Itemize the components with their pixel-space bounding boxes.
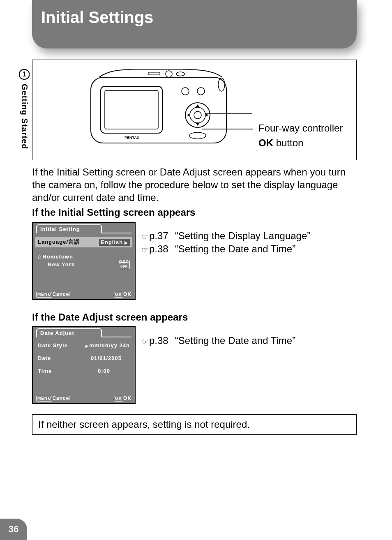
menu-button-icon: MENU	[36, 292, 52, 298]
camera-diagram: PENTAX Four-way controller OK button	[32, 60, 357, 160]
date-row: Date 01/01/2005	[33, 353, 135, 363]
reference-list-2: p.38 “Setting the Date and Time”	[142, 335, 295, 348]
time-label: Time	[38, 368, 52, 374]
ok-label: OK	[123, 291, 131, 297]
date-value: 01/01/2005	[91, 355, 122, 361]
note-box: If neither screen appears, setting is no…	[32, 414, 357, 435]
section-tab: 1 Getting Started	[19, 69, 30, 149]
page-number: 36	[0, 519, 27, 540]
callout-line	[205, 113, 252, 114]
dst-indicator: DST OFF	[118, 260, 130, 269]
ok-label: OK	[123, 395, 131, 401]
lcd-title: Date Adjust	[36, 328, 102, 337]
callout-line	[202, 129, 253, 129]
ref-title: “Setting the Date and Time”	[175, 243, 295, 255]
date-style-value: mm/dd/yy 24h	[85, 342, 130, 348]
hometown-value: New York	[38, 261, 75, 268]
svg-point-4	[166, 71, 172, 77]
reference-list-1: p.37 “Setting the Display Language” p.38…	[142, 230, 310, 256]
date-style-row: Date Style mm/dd/yy 24h	[33, 341, 135, 350]
lcd-title: Initial Setting	[36, 224, 102, 233]
svg-rect-2	[105, 90, 158, 129]
menu-button-icon: MENU	[36, 396, 52, 402]
page-title: Initial Settings	[41, 8, 348, 27]
page-ref: p.37	[142, 230, 168, 242]
ref-title: “Setting the Display Language”	[175, 230, 311, 242]
date-label: Date	[38, 355, 51, 361]
time-value: 0:00	[98, 368, 110, 374]
ok-button-icon: OK	[114, 396, 123, 402]
intro-paragraph: If the Initial Setting screen or Date Ad…	[32, 166, 357, 204]
date-style-label: Date Style	[38, 342, 68, 348]
page-header: Initial Settings	[32, 0, 357, 48]
section-title: Getting Started	[20, 84, 29, 149]
date-adjust-screen: Date Adjust Date Style mm/dd/yy 24h Date…	[32, 326, 136, 404]
camera-illustration: PENTAX	[87, 65, 239, 150]
ref-title: “Setting the Date and Time”	[175, 335, 295, 346]
section-number-badge: 1	[19, 69, 30, 80]
brand-text: PENTAX	[125, 136, 139, 140]
language-value: English	[99, 239, 130, 246]
page-ref: p.38	[142, 243, 168, 255]
hometown-label: Hometown	[38, 253, 73, 260]
callout-four-way: Four-way controller	[258, 122, 343, 134]
lcd-bottom-bar: MENUCancel OKOK	[36, 395, 131, 402]
svg-rect-3	[148, 72, 160, 75]
svg-point-5	[176, 72, 184, 76]
ok-button-icon: OK	[114, 292, 123, 298]
subheading-initial-setting: If the Initial Setting screen appears	[32, 207, 195, 218]
subheading-date-adjust: If the Date Adjust screen appears	[32, 312, 188, 323]
cancel-label: Cancel	[52, 395, 71, 401]
time-row: Time 0:00	[33, 366, 135, 376]
ok-bold: OK	[258, 137, 273, 148]
lcd-bottom-bar: MENUCancel OKOK	[36, 291, 131, 298]
page-ref: p.38	[142, 335, 168, 346]
ok-rest: button	[273, 137, 303, 148]
cancel-label: Cancel	[52, 291, 71, 297]
language-label: Language/言語	[38, 238, 80, 246]
initial-setting-screen: Initial Setting Language/言語 English Home…	[32, 222, 136, 300]
reference-item: p.38 “Setting the Date and Time”	[142, 243, 310, 255]
reference-item: p.37 “Setting the Display Language”	[142, 230, 310, 242]
callout-ok: OK button	[258, 137, 303, 149]
reference-item: p.38 “Setting the Date and Time”	[142, 335, 295, 346]
language-row: Language/言語 English	[35, 237, 132, 247]
hometown-row: Hometown	[33, 252, 135, 260]
